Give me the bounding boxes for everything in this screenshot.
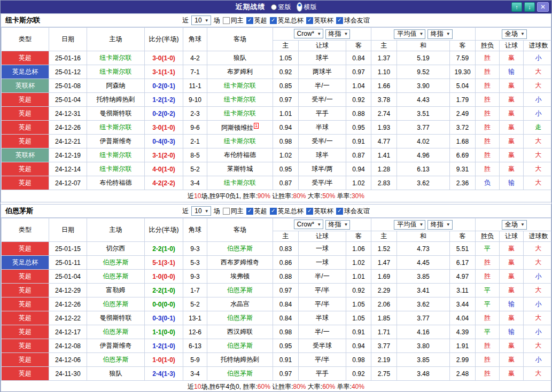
checkbox-icon[interactable] [223, 208, 230, 215]
result-goals: 大 [524, 162, 552, 176]
checkbox-checked-icon[interactable] [306, 208, 313, 215]
match-date: 25-01-04 [49, 93, 87, 107]
corner-score: 9-10 [183, 93, 207, 107]
result-handicap: 赢 [500, 121, 524, 135]
odds-type-select[interactable]: 终指▼ [325, 29, 351, 39]
checkbox-checked-icon[interactable] [336, 208, 343, 215]
checkbox-checked-icon[interactable] [270, 208, 277, 215]
result-handicap: 赢 [500, 79, 524, 93]
match-date: 25-01-15 [49, 242, 87, 256]
col-date: 日期 [49, 28, 87, 51]
result-handicap: 赢 [500, 367, 524, 381]
league-label: 球会友谊 [344, 207, 370, 216]
avg-odds-type-value: 终指 [431, 29, 444, 38]
match-date: 24-12-19 [49, 148, 87, 162]
scope-select[interactable]: 全场▼ [502, 220, 527, 230]
away-team: 伯恩茅斯 [207, 339, 273, 353]
title-bar: 近期战绩 竖版 横版 ↑ ↓ ✕ [1, 1, 551, 13]
games-label: 场 [214, 16, 220, 25]
result-goals: 大 [524, 284, 552, 297]
close-button[interactable]: ✕ [537, 2, 549, 12]
score: 3-0(1-0) [145, 51, 183, 65]
checkbox-checked-icon[interactable] [246, 17, 253, 24]
scope-select[interactable]: 全场▼ [502, 29, 527, 39]
avg-away-odds: 9.31 [450, 162, 476, 176]
result-handicap: 赢 [500, 135, 524, 148]
checkbox-checked-icon[interactable] [246, 208, 253, 215]
home-team: 伯恩茅斯 [87, 270, 145, 284]
league-checkbox-friendly[interactable]: 球会友谊 [336, 207, 370, 216]
odds-away: 0.91 [346, 325, 371, 339]
league-checkbox-epl[interactable]: 英超 [246, 16, 267, 25]
recent-results-panel: 近期战绩 竖版 横版 ↑ ↓ ✕ 纽卡斯尔联 近 10▼ 场 同主 英超 [0, 0, 552, 392]
match-row: 英足总杯25-01-12纽卡斯尔联3-1(1-1)7-1布罗姆利0.92两球半0… [2, 65, 552, 79]
match-date: 24-12-29 [49, 284, 87, 297]
bookmaker-select[interactable]: Crow*▼ [294, 29, 324, 38]
odds-home: 0.95 [273, 162, 299, 176]
match-type-badge: 英超 [2, 270, 49, 284]
col-odds-home: 主 [273, 41, 299, 51]
match-row: 英超24-12-26伯恩茅斯0-0(0-0)5-2水晶宫0.84平/半1.052… [2, 297, 552, 311]
down-arrow-icon: ↓ [528, 4, 531, 10]
match-count-select[interactable]: 10▼ [191, 15, 211, 25]
league-checkbox-friendly[interactable]: 球会友谊 [336, 16, 370, 25]
result-handicap: 输 [500, 297, 524, 311]
away-team: 伯恩茅斯 [207, 311, 273, 325]
handicap-line: 半/一 [299, 79, 346, 93]
layout-radio-horizontal[interactable]: 横版 [297, 2, 317, 12]
handicap-line: 球半 [299, 148, 346, 162]
odds-home: 0.91 [273, 353, 299, 367]
match-count-select[interactable]: 10▼ [191, 206, 211, 216]
summary-segment: 单率: [335, 383, 352, 390]
handicap-line: 受半/一 [299, 135, 346, 148]
match-type-badge: 英超 [2, 121, 49, 135]
score: 0-2(0-2) [145, 107, 183, 121]
home-team: 纽卡斯尔联 [87, 65, 145, 79]
close-icon: ✕ [540, 3, 546, 11]
avg-draw-odds: 3.48 [397, 367, 450, 381]
match-row: 英超24-12-31曼彻斯特联0-2(0-2)2-3纽卡斯尔联1.01平手0.8… [2, 107, 552, 121]
avg-draw-odds: 3.85 [397, 353, 450, 367]
match-row: 英超24-12-29富勒姆2-2(1-0)1-7伯恩茅斯0.97平/半0.922… [2, 284, 552, 297]
league-checkbox-epl[interactable]: 英超 [246, 207, 267, 216]
match-row: 英超24-12-06伯恩茅斯1-0(1-0)5-9托特纳姆热刺0.91平/半0.… [2, 353, 552, 367]
avg-away-odds: 2.48 [450, 367, 476, 381]
league-checkbox-facup[interactable]: 英足总杯 [270, 16, 304, 25]
scroll-up-button[interactable]: ↑ [511, 2, 522, 12]
bookmaker-select[interactable]: Crow*▼ [294, 219, 324, 229]
score: 0-4(0-3) [145, 135, 183, 148]
radio-selected-icon[interactable] [297, 2, 302, 12]
average-select[interactable]: 平均值▼ [394, 29, 425, 39]
avg-odds-type-select[interactable]: 终指▼ [427, 29, 453, 39]
league-checkbox-facup[interactable]: 英足总杯 [270, 207, 304, 216]
scroll-down-button[interactable]: ↓ [524, 2, 535, 12]
radio-icon[interactable] [271, 4, 277, 10]
avg-away-odds: 1.79 [450, 93, 476, 107]
match-type-badge: 英超 [2, 297, 49, 311]
match-date: 24-12-21 [49, 135, 87, 148]
checkbox-checked-icon[interactable] [306, 17, 313, 24]
avg-home-odds: 2.29 [371, 284, 397, 297]
checkbox-checked-icon[interactable] [336, 17, 343, 24]
home-team: 曼彻斯特联 [87, 107, 145, 121]
average-select[interactable]: 平均值▼ [394, 220, 425, 230]
layout-radio-vertical[interactable]: 竖版 [271, 3, 291, 12]
avg-odds-type-select[interactable]: 终指▼ [427, 220, 453, 230]
checkbox-checked-icon[interactable] [270, 17, 277, 24]
near-label: 近 [182, 207, 189, 216]
away-team: 纽卡斯尔联 [207, 135, 273, 148]
summary-segment: 60% [322, 383, 335, 390]
league-checkbox-eflcup[interactable]: 英联杯 [306, 207, 333, 216]
league-checkbox-eflcup[interactable]: 英联杯 [306, 16, 333, 25]
avg-home-odds: 2.74 [371, 107, 397, 121]
match-type-badge: 英超 [2, 353, 49, 367]
odds-type-select[interactable]: 终指▼ [325, 220, 351, 230]
checkbox-icon[interactable] [223, 17, 230, 24]
avg-away-odds: 3.11 [450, 284, 476, 297]
home-team: 纽卡斯尔联 [87, 51, 145, 65]
league-label: 英足总杯 [278, 16, 304, 25]
same-home-label: 同主 [231, 207, 244, 216]
match-type-badge: 英超 [2, 284, 49, 297]
same-home-checkbox[interactable]: 同主 [223, 207, 244, 216]
same-home-checkbox[interactable]: 同主 [223, 16, 244, 25]
